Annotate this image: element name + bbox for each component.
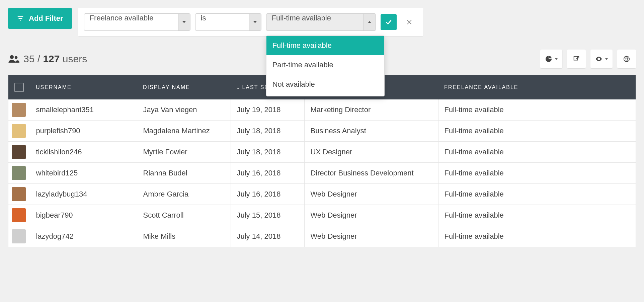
add-filter-label: Add Filter	[29, 14, 63, 23]
avatar-cell	[8, 163, 30, 184]
filter-operator-value: is	[195, 14, 249, 30]
cell-freelance: Full-time available	[438, 121, 636, 142]
dropdown-option[interactable]: Not available	[266, 75, 384, 94]
cell-freelance: Full-time available	[438, 99, 636, 121]
table-row[interactable]: smallelephant351Jaya Van viegenJuly 19, …	[8, 99, 636, 121]
filter-icon	[17, 15, 24, 22]
cell-specialization: Web Designer	[304, 184, 438, 205]
chevron-down-icon	[249, 14, 261, 30]
avatar	[12, 187, 26, 201]
chevron-down-icon	[555, 58, 558, 60]
cell-display-name: Mike Mills	[137, 226, 231, 247]
cell-last-seen: July 18, 2018	[231, 121, 304, 142]
chevron-down-icon	[605, 58, 608, 60]
dropdown-option[interactable]: Part-time available	[266, 55, 384, 75]
table-row[interactable]: bigbear790Scott CarrollJuly 15, 2018Web …	[8, 205, 636, 226]
cell-display-name: Ambre Garcia	[137, 184, 231, 205]
cell-last-seen: July 18, 2018	[231, 142, 304, 163]
visibility-split-button[interactable]	[590, 50, 613, 68]
cell-username: bigbear790	[30, 205, 137, 226]
select-all-header[interactable]	[8, 75, 30, 100]
avatar	[12, 124, 26, 138]
cell-username: purplefish790	[30, 121, 137, 142]
avatar-cell	[8, 121, 30, 142]
filter-value-select[interactable]: Full-time available	[266, 13, 376, 31]
table-row[interactable]: purplefish790Magdalena MartinezJuly 18, …	[8, 121, 636, 142]
avatar-cell	[8, 205, 30, 226]
cell-specialization: Web Designer	[304, 205, 438, 226]
results-count: 35 / 127 users	[8, 53, 87, 65]
cell-display-name: Rianna Budel	[137, 163, 231, 184]
eye-icon	[595, 55, 602, 63]
table-row[interactable]: whitebird125Rianna BudelJuly 16, 2018Dir…	[8, 163, 636, 184]
users-icon	[8, 53, 19, 65]
filter-operator-select[interactable]: is	[195, 13, 261, 31]
cell-freelance: Full-time available	[438, 163, 636, 184]
sort-arrow-down-icon: ↓	[237, 84, 240, 90]
cell-username: whitebird125	[30, 163, 137, 184]
cell-last-seen: July 14, 2018	[231, 226, 304, 247]
table-row[interactable]: lazydog742Mike MillsJuly 14, 2018Web Des…	[8, 226, 636, 247]
globe-button[interactable]	[617, 50, 636, 68]
cell-freelance: Full-time available	[438, 184, 636, 205]
cell-last-seen: July 16, 2018	[231, 163, 304, 184]
users-table: Username Display Name ↓ Last Seen Freela…	[8, 75, 636, 247]
cell-last-seen: July 16, 2018	[231, 184, 304, 205]
avatar	[12, 208, 26, 222]
cell-specialization: Web Designer	[304, 226, 438, 247]
unit-label: users	[63, 53, 87, 64]
chevron-up-icon	[364, 14, 376, 30]
cell-freelance: Full-time available	[438, 226, 636, 247]
filter-value-dropdown: Full-time available Part-time available …	[266, 35, 385, 96]
export-icon	[573, 55, 580, 63]
avatar-cell	[8, 142, 30, 163]
avatar	[12, 166, 26, 180]
cell-last-seen: July 19, 2018	[231, 99, 304, 121]
cell-specialization: Director Business Development	[304, 163, 438, 184]
svg-point-2	[10, 55, 14, 59]
column-header-freelance[interactable]: Freelance Available	[438, 75, 636, 100]
column-header-display-name[interactable]: Display Name	[137, 75, 231, 100]
filtered-count: 35	[23, 53, 34, 64]
svg-point-3	[15, 56, 18, 59]
cell-specialization: Marketing Director	[304, 99, 438, 121]
chart-split-button[interactable]	[540, 50, 562, 68]
column-header-username[interactable]: Username	[30, 75, 137, 100]
cell-display-name: Magdalena Martinez	[137, 121, 231, 142]
avatar-cell	[8, 184, 30, 205]
cell-freelance: Full-time available	[438, 205, 636, 226]
filter-builder-panel: Freelance available is Full-time availab…	[78, 8, 423, 36]
cancel-filter-button[interactable]	[401, 14, 417, 30]
avatar-cell	[8, 226, 30, 247]
avatar	[12, 145, 26, 159]
chevron-down-icon	[178, 14, 190, 30]
pie-chart-icon	[545, 55, 552, 63]
cell-username: lazydog742	[30, 226, 137, 247]
cell-username: ticklishlion246	[30, 142, 137, 163]
cell-last-seen: July 15, 2018	[231, 205, 304, 226]
avatar	[12, 229, 26, 243]
filter-field-value: Freelance available	[84, 14, 178, 30]
table-toolbar	[540, 50, 636, 68]
filter-value-text: Full-time available	[266, 14, 364, 30]
cell-specialization: UX Designer	[304, 142, 438, 163]
add-filter-button[interactable]: Add Filter	[8, 8, 72, 29]
cell-username: lazyladybug134	[30, 184, 137, 205]
confirm-filter-button[interactable]	[381, 14, 397, 30]
dropdown-option[interactable]: Full-time available	[266, 36, 384, 55]
table-row[interactable]: ticklishlion246Myrtle FowlerJuly 18, 201…	[8, 142, 636, 163]
cell-specialization: Business Analyst	[304, 121, 438, 142]
close-icon	[406, 19, 412, 25]
cell-display-name: Myrtle Fowler	[137, 142, 231, 163]
filter-field-select[interactable]: Freelance available	[84, 13, 190, 31]
total-count: 127	[43, 53, 60, 64]
table-row[interactable]: lazyladybug134Ambre GarciaJuly 16, 2018W…	[8, 184, 636, 205]
avatar	[12, 103, 26, 117]
cell-display-name: Scott Carroll	[137, 205, 231, 226]
avatar-cell	[8, 99, 30, 121]
check-icon	[385, 18, 392, 26]
cell-display-name: Jaya Van viegen	[137, 99, 231, 121]
cell-username: smallelephant351	[30, 99, 137, 121]
export-button[interactable]	[567, 50, 586, 68]
globe-icon	[623, 55, 630, 63]
